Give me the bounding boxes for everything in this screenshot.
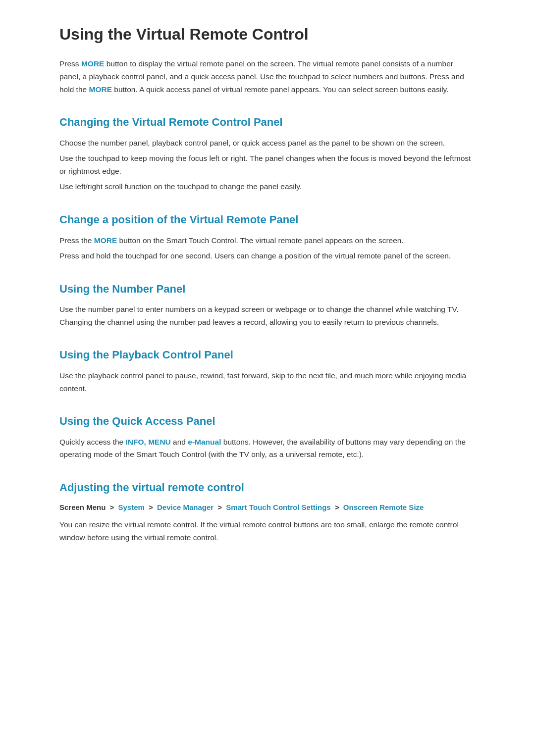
section-title-number: Using the Number Panel (59, 282, 476, 297)
changing-para-2: Use the touchpad to keep moving the focu… (59, 152, 476, 177)
position-para-2: Press and hold the touchpad for one seco… (59, 250, 476, 262)
crumb-onscreen[interactable]: Onscreen Remote Size (343, 503, 424, 511)
changing-para-1: Choose the number panel, playback contro… (59, 137, 476, 150)
more-highlight-2: MORE (89, 85, 112, 94)
sep-4: > (333, 503, 341, 511)
section-body-number: Use the number panel to enter numbers on… (59, 303, 476, 328)
page-container: Using the Virtual Remote Control Press M… (25, 0, 510, 604)
adjusting-para-1: You can resize the virtual remote contro… (59, 518, 476, 544)
section-adjusting: Adjusting the virtual remote control Scr… (59, 481, 476, 544)
position-para-1: Press the MORE button on the Smart Touch… (59, 234, 476, 247)
playback-para-1: Use the playback control panel to pause,… (59, 369, 476, 395)
section-quick-access: Using the Quick Access Panel Quickly acc… (59, 414, 476, 461)
section-number-panel: Using the Number Panel Use the number pa… (59, 282, 476, 329)
crumb-screen-menu: Screen Menu (59, 503, 106, 511)
section-title-position: Change a position of the Virtual Remote … (59, 213, 476, 227)
section-changing-panel: Changing the Virtual Remote Control Pane… (59, 115, 476, 193)
breadcrumb: Screen Menu > System > Device Manager > … (59, 502, 476, 513)
section-title-changing: Changing the Virtual Remote Control Pane… (59, 115, 476, 130)
section-body-quick: Quickly access the INFO, MENU and e-Manu… (59, 436, 476, 461)
section-body-position: Press the MORE button on the Smart Touch… (59, 234, 476, 262)
sep-1: > (107, 503, 116, 511)
section-body-changing: Choose the number panel, playback contro… (59, 137, 476, 193)
section-title-playback: Using the Playback Control Panel (59, 348, 476, 362)
number-para-1: Use the number panel to enter numbers on… (59, 303, 476, 328)
quick-para-1: Quickly access the INFO, MENU and e-Manu… (59, 436, 476, 461)
section-change-position: Change a position of the Virtual Remote … (59, 213, 476, 262)
emanual-highlight: e-Manual (188, 438, 221, 446)
crumb-smart-touch[interactable]: Smart Touch Control Settings (226, 503, 330, 511)
sep-2: > (147, 503, 155, 511)
section-body-adjusting: You can resize the virtual remote contro… (59, 518, 476, 544)
info-menu-highlight: INFO, MENU (126, 438, 171, 446)
changing-para-3: Use left/right scroll function on the to… (59, 180, 476, 193)
section-body-playback: Use the playback control panel to pause,… (59, 369, 476, 395)
more-highlight-3: MORE (94, 236, 117, 245)
section-playback-panel: Using the Playback Control Panel Use the… (59, 348, 476, 395)
section-title-quick: Using the Quick Access Panel (59, 414, 476, 429)
sep-3: > (215, 503, 224, 511)
crumb-system[interactable]: System (118, 503, 144, 511)
page-title: Using the Virtual Remote Control (59, 25, 476, 44)
section-title-adjusting: Adjusting the virtual remote control (59, 481, 476, 495)
intro-paragraph: Press MORE button to display the virtual… (59, 57, 476, 96)
more-highlight-1: MORE (81, 59, 105, 68)
crumb-device-manager[interactable]: Device Manager (157, 503, 214, 511)
